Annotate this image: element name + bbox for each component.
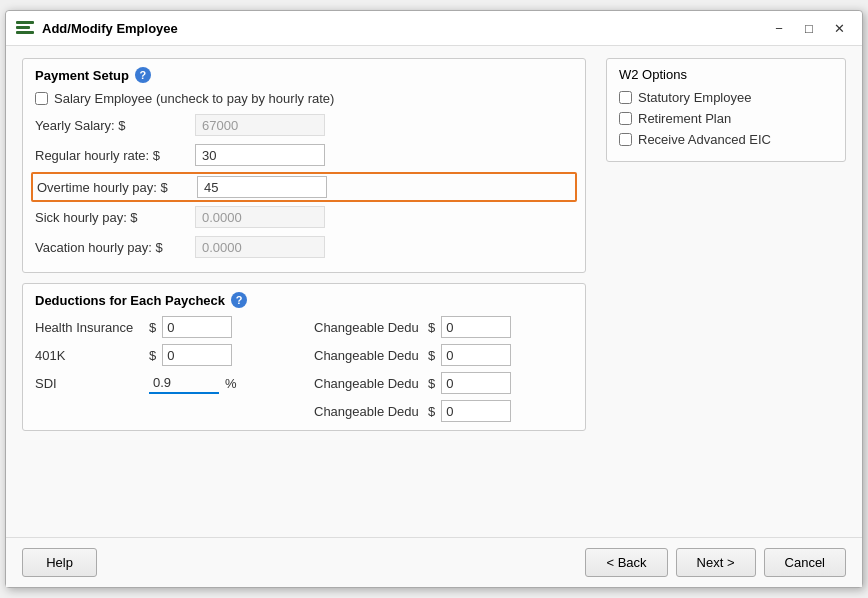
deductions-help-icon[interactable]: ? (231, 292, 247, 308)
changeable2-label: Changeable Dedu (314, 348, 424, 363)
content-area: Payment Setup ? Salary Employee (uncheck… (6, 46, 862, 537)
sick-label: Sick hourly pay: $ (35, 210, 195, 225)
eic-checkbox-row: Receive Advanced EIC (619, 132, 833, 147)
yearly-salary-row: Yearly Salary: $ (35, 112, 573, 138)
changeable3-input[interactable] (441, 372, 511, 394)
left-section: Payment Setup ? Salary Employee (uncheck… (22, 58, 586, 525)
title-controls: − □ ✕ (766, 17, 852, 39)
main-window: Add/Modify Employee − □ ✕ Payment Setup … (5, 10, 863, 588)
changeable3-row: Changeable Dedu $ (314, 372, 573, 394)
statutory-checkbox-row: Statutory Employee (619, 90, 833, 105)
401k-input[interactable] (162, 344, 232, 366)
sdi-input[interactable] (149, 372, 219, 394)
health-label: Health Insurance (35, 320, 145, 335)
401k-row: 401K $ (35, 344, 294, 366)
deductions-grid: Health Insurance $ 401K $ SDI (35, 316, 573, 422)
w2-section: W2 Options Statutory Employee Retirement… (606, 58, 846, 162)
main-sections: Payment Setup ? Salary Employee (uncheck… (22, 58, 846, 525)
changeable1-label: Changeable Dedu (314, 320, 424, 335)
deductions-header: Deductions for Each Paycheck ? (35, 292, 573, 308)
payment-setup-help-icon[interactable]: ? (135, 67, 151, 83)
eic-checkbox[interactable] (619, 133, 632, 146)
sick-hourly-row: Sick hourly pay: $ (35, 204, 573, 230)
changeable4-input[interactable] (441, 400, 511, 422)
app-icon (16, 21, 34, 35)
changeable4-row: Changeable Dedu $ (314, 400, 573, 422)
back-button[interactable]: < Back (585, 548, 667, 577)
changeable3-label: Changeable Dedu (314, 376, 424, 391)
right-section: W2 Options Statutory Employee Retirement… (606, 58, 846, 525)
changeable1-dollar: $ (428, 320, 435, 335)
regular-hourly-row: Regular hourly rate: $ (35, 142, 573, 168)
salary-checkbox[interactable] (35, 92, 48, 105)
close-button[interactable]: ✕ (826, 17, 852, 39)
next-button[interactable]: Next > (676, 548, 756, 577)
salary-checkbox-row: Salary Employee (uncheck to pay by hourl… (35, 91, 573, 106)
health-dollar: $ (149, 320, 156, 335)
yearly-salary-input[interactable] (195, 114, 325, 136)
deductions-left: Health Insurance $ 401K $ SDI (35, 316, 294, 422)
vacation-input[interactable] (195, 236, 325, 258)
cancel-button[interactable]: Cancel (764, 548, 846, 577)
payment-setup-header: Payment Setup ? (35, 67, 573, 83)
footer: Help < Back Next > Cancel (6, 537, 862, 587)
w2-title: W2 Options (619, 67, 833, 82)
sdi-label: SDI (35, 376, 145, 391)
yearly-salary-label: Yearly Salary: $ (35, 118, 195, 133)
changeable1-input[interactable] (441, 316, 511, 338)
changeable4-dollar: $ (428, 404, 435, 419)
sdi-row: SDI % (35, 372, 294, 394)
overtime-input[interactable] (197, 176, 327, 198)
payment-setup-title: Payment Setup (35, 68, 129, 83)
401k-dollar: $ (149, 348, 156, 363)
401k-label: 401K (35, 348, 145, 363)
help-button[interactable]: Help (22, 548, 97, 577)
maximize-button[interactable]: □ (796, 17, 822, 39)
statutory-checkbox[interactable] (619, 91, 632, 104)
footer-right: < Back Next > Cancel (585, 548, 846, 577)
regular-hourly-input[interactable] (195, 144, 325, 166)
overtime-hourly-row: Overtime hourly pay: $ (31, 172, 577, 202)
statutory-label: Statutory Employee (638, 90, 751, 105)
salary-checkbox-label: Salary Employee (uncheck to pay by hourl… (54, 91, 334, 106)
sick-input[interactable] (195, 206, 325, 228)
retirement-checkbox[interactable] (619, 112, 632, 125)
deductions-section: Deductions for Each Paycheck ? Health In… (22, 283, 586, 431)
vacation-hourly-row: Vacation hourly pay: $ (35, 234, 573, 260)
regular-hourly-label: Regular hourly rate: $ (35, 148, 195, 163)
deductions-title: Deductions for Each Paycheck (35, 293, 225, 308)
minimize-button[interactable]: − (766, 17, 792, 39)
changeable3-dollar: $ (428, 376, 435, 391)
overtime-label: Overtime hourly pay: $ (37, 180, 197, 195)
title-bar: Add/Modify Employee − □ ✕ (6, 11, 862, 46)
health-input[interactable] (162, 316, 232, 338)
vacation-label: Vacation hourly pay: $ (35, 240, 195, 255)
changeable2-dollar: $ (428, 348, 435, 363)
changeable4-label: Changeable Dedu (314, 404, 424, 419)
eic-label: Receive Advanced EIC (638, 132, 771, 147)
health-insurance-row: Health Insurance $ (35, 316, 294, 338)
deductions-right: Changeable Dedu $ Changeable Dedu $ Chan… (314, 316, 573, 422)
window-title: Add/Modify Employee (42, 21, 178, 36)
retirement-label: Retirement Plan (638, 111, 731, 126)
changeable2-row: Changeable Dedu $ (314, 344, 573, 366)
payment-setup-section: Payment Setup ? Salary Employee (uncheck… (22, 58, 586, 273)
title-bar-left: Add/Modify Employee (16, 21, 178, 36)
changeable1-row: Changeable Dedu $ (314, 316, 573, 338)
retirement-checkbox-row: Retirement Plan (619, 111, 833, 126)
sdi-percent: % (225, 376, 237, 391)
changeable2-input[interactable] (441, 344, 511, 366)
